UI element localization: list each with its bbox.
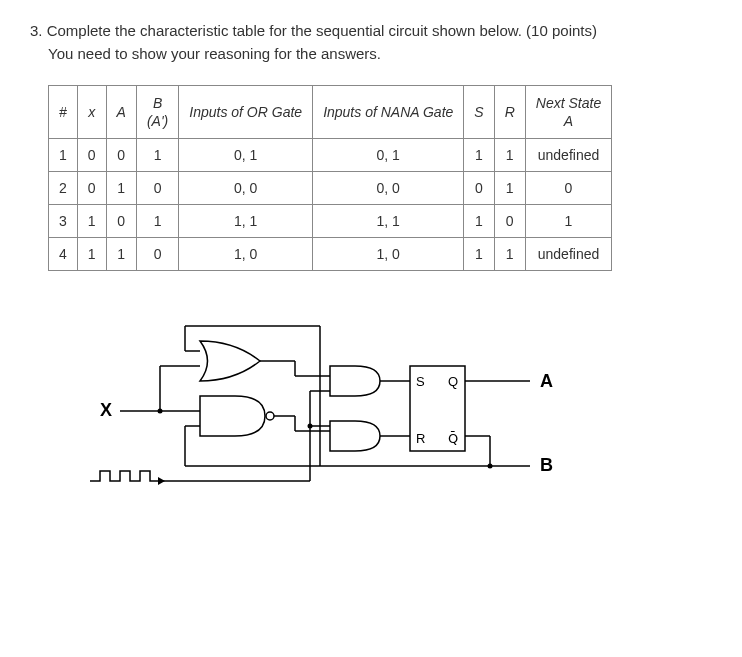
question-prompt: 3. Complete the characteristic table for… [30, 20, 712, 65]
svg-point-22 [308, 424, 313, 429]
cell-B: 1 [136, 205, 178, 238]
header-R: R [494, 86, 525, 139]
header-or-gate: Inputs of OR Gate [179, 86, 313, 139]
table-row: 3 1 0 1 1, 1 1, 1 1 0 1 [49, 205, 612, 238]
header-B: B (A') [136, 86, 178, 139]
table-row: 1 0 0 1 0, 1 0, 1 1 1 undefined [49, 139, 612, 172]
table-row: 4 1 1 0 1, 0 1, 0 1 1 undefined [49, 238, 612, 271]
label-r: R [416, 431, 425, 446]
header-S: S [464, 86, 494, 139]
characteristic-table: # x A B (A') Inputs of OR Gate Inputs of… [48, 85, 612, 271]
cell-num: 4 [49, 238, 78, 271]
cell-A: 0 [106, 139, 136, 172]
question-number: 3. [30, 22, 43, 39]
cell-B: 1 [136, 139, 178, 172]
cell-R: 1 [494, 172, 525, 205]
table-row: 2 0 1 0 0, 0 0, 0 0 1 0 [49, 172, 612, 205]
cell-num: 1 [49, 139, 78, 172]
label-qbar: Q̄ [448, 431, 458, 446]
cell-or: 1, 1 [179, 205, 313, 238]
cell-B: 0 [136, 172, 178, 205]
cell-B: 0 [136, 238, 178, 271]
header-x: x [77, 86, 106, 139]
label-output-b: B [540, 455, 553, 475]
cell-next: 1 [525, 205, 611, 238]
cell-num: 3 [49, 205, 78, 238]
cell-x: 0 [77, 172, 106, 205]
header-num: # [49, 86, 78, 139]
table-header-row: # x A B (A') Inputs of OR Gate Inputs of… [49, 86, 612, 139]
cell-R: 0 [494, 205, 525, 238]
cell-S: 0 [464, 172, 494, 205]
cell-num: 2 [49, 172, 78, 205]
cell-A: 1 [106, 172, 136, 205]
label-output-a: A [540, 371, 553, 391]
label-x: X [100, 400, 112, 420]
circuit-diagram: X [70, 321, 712, 505]
question-body: Complete the characteristic table for th… [47, 22, 597, 39]
cell-next: undefined [525, 139, 611, 172]
question-instruction: You need to show your reasoning for the … [48, 43, 712, 66]
cell-x: 0 [77, 139, 106, 172]
svg-point-8 [266, 412, 274, 420]
cell-x: 1 [77, 205, 106, 238]
cell-nand: 0, 0 [313, 172, 464, 205]
cell-nand: 0, 1 [313, 139, 464, 172]
cell-next: undefined [525, 238, 611, 271]
cell-nand: 1, 0 [313, 238, 464, 271]
label-s: S [416, 374, 425, 389]
header-nand-gate: Inputs of NANA Gate [313, 86, 464, 139]
header-A: A [106, 86, 136, 139]
cell-R: 1 [494, 139, 525, 172]
cell-nand: 1, 1 [313, 205, 464, 238]
cell-x: 1 [77, 238, 106, 271]
cell-next: 0 [525, 172, 611, 205]
label-q: Q [448, 374, 458, 389]
cell-S: 1 [464, 139, 494, 172]
cell-S: 1 [464, 238, 494, 271]
svg-marker-33 [158, 477, 165, 485]
cell-or: 1, 0 [179, 238, 313, 271]
header-next-state: Next State A [525, 86, 611, 139]
cell-or: 0, 1 [179, 139, 313, 172]
cell-S: 1 [464, 205, 494, 238]
cell-A: 1 [106, 238, 136, 271]
cell-or: 0, 0 [179, 172, 313, 205]
circuit-svg: X [70, 321, 570, 501]
cell-A: 0 [106, 205, 136, 238]
cell-R: 1 [494, 238, 525, 271]
